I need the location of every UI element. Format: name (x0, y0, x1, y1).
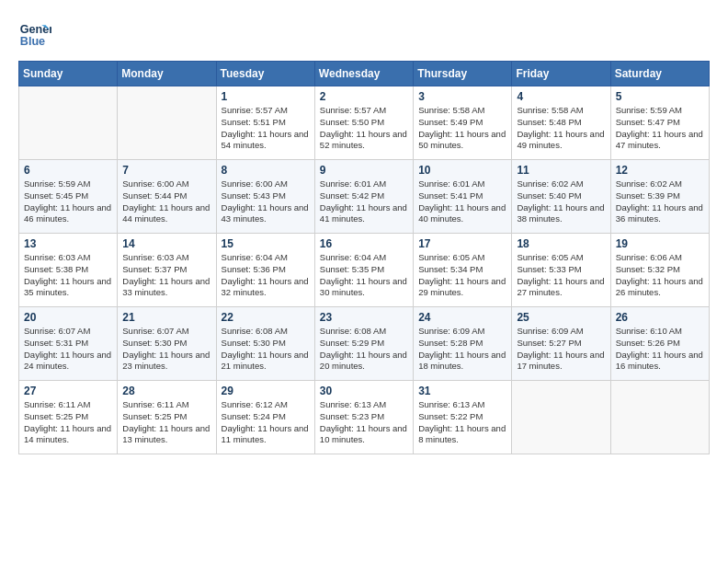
week-row-2: 6 Sunrise: 5:59 AMSunset: 5:45 PMDayligh… (19, 160, 710, 234)
calendar-cell: 22 Sunrise: 6:08 AMSunset: 5:30 PMDaylig… (216, 307, 314, 381)
day-header-friday: Friday (512, 62, 610, 86)
cell-info: Sunrise: 6:11 AMSunset: 5:25 PMDaylight:… (24, 399, 111, 444)
calendar-cell: 13 Sunrise: 6:03 AMSunset: 5:38 PMDaylig… (19, 234, 118, 307)
day-header-thursday: Thursday (414, 62, 512, 86)
calendar-cell: 31 Sunrise: 6:13 AMSunset: 5:22 PMDaylig… (414, 381, 512, 454)
cell-info: Sunrise: 6:00 AMSunset: 5:43 PMDaylight:… (222, 178, 309, 224)
calendar-cell: 7 Sunrise: 6:00 AMSunset: 5:44 PMDayligh… (118, 160, 216, 234)
day-number: 29 (222, 385, 310, 397)
day-number: 15 (222, 237, 310, 250)
day-number: 22 (222, 311, 310, 324)
cell-info: Sunrise: 6:05 AMSunset: 5:33 PMDaylight:… (517, 252, 604, 297)
calendar-cell: 10 Sunrise: 6:01 AMSunset: 5:41 PMDaylig… (414, 160, 512, 234)
day-number: 31 (418, 385, 506, 397)
calendar-cell: 8 Sunrise: 6:00 AMSunset: 5:43 PMDayligh… (216, 160, 314, 234)
calendar-cell: 28 Sunrise: 6:11 AMSunset: 5:25 PMDaylig… (118, 381, 216, 454)
day-number: 8 (222, 164, 310, 177)
calendar-cell: 29 Sunrise: 6:12 AMSunset: 5:24 PMDaylig… (216, 381, 314, 454)
calendar-cell: 9 Sunrise: 6:01 AMSunset: 5:42 PMDayligh… (314, 160, 413, 234)
cell-info: Sunrise: 6:02 AMSunset: 5:40 PMDaylight:… (517, 178, 604, 224)
cell-info: Sunrise: 6:08 AMSunset: 5:30 PMDaylight:… (222, 326, 309, 371)
day-header-tuesday: Tuesday (216, 62, 314, 86)
cell-info: Sunrise: 6:04 AMSunset: 5:36 PMDaylight:… (222, 252, 309, 297)
calendar-cell: 17 Sunrise: 6:05 AMSunset: 5:34 PMDaylig… (414, 234, 512, 307)
day-number: 25 (517, 311, 605, 324)
day-header-saturday: Saturday (610, 62, 709, 86)
day-header-monday: Monday (118, 62, 216, 86)
week-row-3: 13 Sunrise: 6:03 AMSunset: 5:38 PMDaylig… (19, 234, 710, 307)
calendar-cell: 18 Sunrise: 6:05 AMSunset: 5:33 PMDaylig… (512, 234, 610, 307)
day-number: 30 (320, 385, 408, 397)
calendar-cell: 3 Sunrise: 5:58 AMSunset: 5:49 PMDayligh… (414, 86, 512, 160)
calendar-cell: 20 Sunrise: 6:07 AMSunset: 5:31 PMDaylig… (19, 307, 118, 381)
day-number: 23 (320, 311, 408, 324)
cell-info: Sunrise: 6:09 AMSunset: 5:28 PMDaylight:… (418, 326, 506, 371)
cell-info: Sunrise: 6:02 AMSunset: 5:39 PMDaylight:… (616, 178, 703, 224)
week-row-5: 27 Sunrise: 6:11 AMSunset: 5:25 PMDaylig… (19, 381, 710, 454)
calendar-cell: 19 Sunrise: 6:06 AMSunset: 5:32 PMDaylig… (610, 234, 709, 307)
day-number: 17 (418, 237, 506, 250)
calendar-header-row: SundayMondayTuesdayWednesdayThursdayFrid… (19, 62, 710, 86)
day-number: 4 (517, 90, 605, 103)
calendar-cell: 4 Sunrise: 5:58 AMSunset: 5:48 PMDayligh… (512, 86, 610, 160)
day-number: 12 (616, 164, 704, 177)
day-number: 20 (24, 311, 112, 324)
cell-info: Sunrise: 6:07 AMSunset: 5:31 PMDaylight:… (24, 326, 111, 371)
day-header-wednesday: Wednesday (314, 62, 413, 86)
calendar-cell: 1 Sunrise: 5:57 AMSunset: 5:51 PMDayligh… (216, 86, 314, 160)
calendar-cell: 23 Sunrise: 6:08 AMSunset: 5:29 PMDaylig… (314, 307, 413, 381)
cell-info: Sunrise: 6:13 AMSunset: 5:22 PMDaylight:… (418, 399, 506, 444)
calendar-cell: 16 Sunrise: 6:04 AMSunset: 5:35 PMDaylig… (314, 234, 413, 307)
page-header: General Blue (18, 18, 710, 52)
cell-info: Sunrise: 6:05 AMSunset: 5:34 PMDaylight:… (418, 252, 506, 297)
calendar-cell: 2 Sunrise: 5:57 AMSunset: 5:50 PMDayligh… (314, 86, 413, 160)
cell-info: Sunrise: 6:03 AMSunset: 5:37 PMDaylight:… (122, 252, 210, 297)
day-number: 28 (122, 385, 210, 397)
svg-text:Blue: Blue (20, 35, 45, 48)
calendar-cell: 27 Sunrise: 6:11 AMSunset: 5:25 PMDaylig… (19, 381, 118, 454)
calendar-cell: 12 Sunrise: 6:02 AMSunset: 5:39 PMDaylig… (610, 160, 709, 234)
day-number: 10 (418, 164, 506, 177)
cell-info: Sunrise: 6:09 AMSunset: 5:27 PMDaylight:… (517, 326, 604, 371)
cell-info: Sunrise: 5:59 AMSunset: 5:45 PMDaylight:… (24, 178, 111, 224)
day-number: 5 (616, 90, 704, 103)
cell-info: Sunrise: 5:59 AMSunset: 5:47 PMDaylight:… (616, 105, 703, 150)
calendar-cell: 14 Sunrise: 6:03 AMSunset: 5:37 PMDaylig… (118, 234, 216, 307)
calendar-cell: 5 Sunrise: 5:59 AMSunset: 5:47 PMDayligh… (610, 86, 709, 160)
day-number: 24 (418, 311, 506, 324)
day-number: 16 (320, 237, 408, 250)
day-number: 26 (616, 311, 704, 324)
calendar-cell: 21 Sunrise: 6:07 AMSunset: 5:30 PMDaylig… (118, 307, 216, 381)
day-number: 6 (24, 164, 112, 177)
calendar-cell: 11 Sunrise: 6:02 AMSunset: 5:40 PMDaylig… (512, 160, 610, 234)
cell-info: Sunrise: 5:57 AMSunset: 5:50 PMDaylight:… (320, 105, 407, 150)
calendar-cell: 30 Sunrise: 6:13 AMSunset: 5:23 PMDaylig… (314, 381, 413, 454)
day-number: 11 (517, 164, 605, 177)
cell-info: Sunrise: 5:58 AMSunset: 5:48 PMDaylight:… (517, 105, 604, 150)
cell-info: Sunrise: 6:08 AMSunset: 5:29 PMDaylight:… (320, 326, 407, 371)
cell-info: Sunrise: 6:01 AMSunset: 5:41 PMDaylight:… (418, 178, 506, 224)
day-number: 27 (24, 385, 112, 397)
calendar-cell (19, 86, 118, 160)
day-number: 9 (320, 164, 408, 177)
cell-info: Sunrise: 6:13 AMSunset: 5:23 PMDaylight:… (320, 399, 407, 444)
day-number: 21 (122, 311, 210, 324)
calendar-cell: 24 Sunrise: 6:09 AMSunset: 5:28 PMDaylig… (414, 307, 512, 381)
cell-info: Sunrise: 5:58 AMSunset: 5:49 PMDaylight:… (418, 105, 506, 150)
logo: General Blue (18, 18, 55, 52)
day-number: 7 (122, 164, 210, 177)
calendar-cell: 26 Sunrise: 6:10 AMSunset: 5:26 PMDaylig… (610, 307, 709, 381)
day-number: 14 (122, 237, 210, 250)
calendar-cell: 25 Sunrise: 6:09 AMSunset: 5:27 PMDaylig… (512, 307, 610, 381)
day-header-sunday: Sunday (19, 62, 118, 86)
day-number: 1 (222, 90, 310, 103)
day-number: 2 (320, 90, 408, 103)
day-number: 13 (24, 237, 112, 250)
cell-info: Sunrise: 6:04 AMSunset: 5:35 PMDaylight:… (320, 252, 407, 297)
calendar-cell (118, 86, 216, 160)
cell-info: Sunrise: 6:11 AMSunset: 5:25 PMDaylight:… (122, 399, 210, 444)
calendar-table: SundayMondayTuesdayWednesdayThursdayFrid… (18, 61, 710, 454)
calendar-cell: 6 Sunrise: 5:59 AMSunset: 5:45 PMDayligh… (19, 160, 118, 234)
cell-info: Sunrise: 6:00 AMSunset: 5:44 PMDaylight:… (122, 178, 210, 224)
week-row-4: 20 Sunrise: 6:07 AMSunset: 5:31 PMDaylig… (19, 307, 710, 381)
